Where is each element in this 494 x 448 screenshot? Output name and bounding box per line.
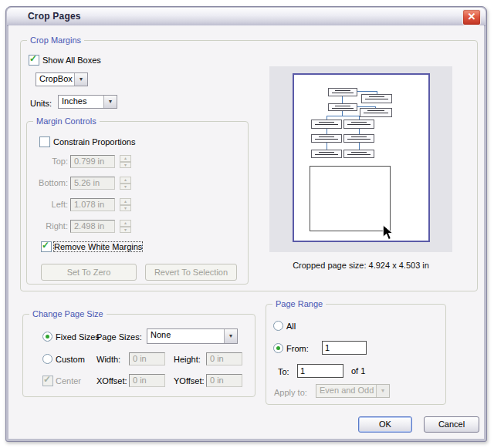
flowchart-connector bbox=[327, 116, 360, 116]
apply-to-select: Even and Odd Pages bbox=[316, 384, 390, 398]
box-type-value: CropBox bbox=[36, 73, 74, 86]
check-icon bbox=[43, 374, 51, 385]
box-type-select[interactable]: CropBox bbox=[36, 72, 88, 86]
spinner-down-icon bbox=[120, 205, 131, 212]
flowchart-connector bbox=[375, 106, 376, 108]
chevron-down-icon[interactable] bbox=[224, 329, 237, 343]
to-label: To: bbox=[278, 367, 289, 376]
units-label: Units: bbox=[30, 99, 52, 108]
flowchart-connector bbox=[359, 129, 360, 134]
from-label[interactable]: From: bbox=[286, 344, 309, 353]
chevron-down-icon bbox=[376, 385, 389, 397]
flowchart-box bbox=[343, 120, 374, 129]
all-pages-label[interactable]: All bbox=[286, 322, 296, 331]
flowchart-box bbox=[343, 134, 374, 143]
flowchart-connector bbox=[377, 91, 377, 94]
remove-white-margins-checkbox[interactable] bbox=[41, 241, 52, 252]
chevron-down-icon[interactable] bbox=[74, 73, 87, 86]
flowchart-box bbox=[343, 150, 374, 158]
close-button[interactable] bbox=[462, 9, 481, 25]
flowchart-connector bbox=[359, 143, 360, 150]
xoffset-label: XOffset: bbox=[96, 376, 127, 386]
flowchart-connector bbox=[327, 143, 327, 150]
yoffset-label: YOffset: bbox=[174, 376, 205, 386]
chevron-down-icon[interactable] bbox=[103, 96, 117, 108]
crop-margins-group: Crop Margins Show All Boxes CropBox Unit… bbox=[20, 40, 478, 291]
set-to-zero-button: Set To Zero bbox=[41, 264, 137, 281]
title-bar[interactable]: Crop Pages bbox=[7, 8, 486, 26]
flowchart-connector bbox=[327, 116, 327, 120]
width-label: Width: bbox=[96, 355, 120, 364]
units-select[interactable]: Inches bbox=[58, 95, 117, 109]
xoffset-field: 0 in bbox=[129, 374, 165, 387]
custom-label[interactable]: Custom bbox=[56, 355, 85, 364]
check-icon bbox=[29, 53, 37, 64]
page-sizes-label: Page Sizes: bbox=[96, 332, 142, 342]
fixed-sizes-radio[interactable] bbox=[42, 332, 52, 342]
spinner-down-icon bbox=[120, 184, 131, 190]
crop-preview-panel bbox=[269, 66, 452, 252]
right-margin-label: Right: bbox=[29, 221, 68, 231]
constrain-proportions-label[interactable]: Constrain Proportions bbox=[53, 137, 135, 147]
right-margin-spinner bbox=[120, 220, 131, 233]
spinner-down-icon bbox=[120, 162, 131, 169]
bottom-margin-spinner bbox=[120, 177, 131, 190]
top-margin-field: 0.799 in bbox=[70, 155, 115, 168]
preview-page-thumbnail bbox=[293, 73, 430, 242]
close-icon bbox=[463, 10, 480, 24]
cancel-button[interactable]: Cancel bbox=[424, 416, 479, 433]
left-margin-field: 1.078 in bbox=[70, 198, 115, 211]
crop-selection-rect bbox=[310, 166, 391, 231]
to-page-input[interactable] bbox=[297, 364, 343, 378]
bottom-margin-field: 5.26 in bbox=[70, 177, 115, 190]
units-value: Inches bbox=[59, 96, 103, 108]
from-page-input[interactable] bbox=[322, 341, 367, 355]
apply-to-label: Apply to: bbox=[274, 388, 307, 397]
ok-button[interactable]: OK bbox=[358, 416, 412, 433]
dialog-content: Crop Margins Show All Boxes CropBox Unit… bbox=[8, 25, 484, 439]
margin-controls-group: Margin Controls Constrain Proportions To… bbox=[26, 121, 249, 285]
page-range-group-label: Page Range bbox=[272, 299, 326, 308]
spinner-up-icon bbox=[120, 198, 131, 205]
margin-controls-group-label: Margin Controls bbox=[33, 116, 100, 126]
flowchart-box bbox=[361, 94, 392, 103]
remove-white-margins-label[interactable]: Remove White Margins bbox=[54, 242, 142, 251]
all-pages-radio[interactable] bbox=[273, 321, 283, 331]
window-title: Crop Pages bbox=[28, 11, 81, 22]
center-label: Center bbox=[56, 376, 81, 386]
check-icon bbox=[42, 240, 49, 251]
flowchart-connector bbox=[359, 116, 360, 120]
from-radio[interactable] bbox=[273, 343, 283, 353]
mouse-cursor-icon bbox=[382, 224, 394, 241]
show-all-boxes-label[interactable]: Show All Boxes bbox=[42, 56, 101, 65]
flowchart-connector bbox=[357, 91, 377, 92]
flowchart-box bbox=[311, 134, 342, 143]
apply-to-value: Even and Odd Pages bbox=[316, 385, 376, 397]
width-field: 0 in bbox=[129, 352, 165, 365]
show-all-boxes-checkbox[interactable] bbox=[29, 55, 39, 66]
flowchart-box bbox=[311, 120, 342, 129]
spinner-down-icon bbox=[120, 227, 131, 234]
left-margin-spinner bbox=[120, 198, 131, 211]
flowchart-box bbox=[311, 150, 342, 158]
custom-radio[interactable] bbox=[42, 354, 52, 364]
of-total-label: of 1 bbox=[351, 366, 365, 376]
flowchart-box bbox=[360, 108, 392, 117]
fixed-sizes-label[interactable]: Fixed Sizes bbox=[56, 332, 100, 342]
page-sizes-value: None bbox=[147, 329, 224, 343]
spinner-up-icon bbox=[120, 177, 131, 184]
change-page-size-group: Change Page Size Fixed Sizes Page Sizes:… bbox=[22, 314, 255, 397]
revert-to-selection-button: Revert To Selection bbox=[145, 264, 237, 281]
top-margin-spinner bbox=[120, 155, 131, 168]
bottom-margin-label: Bottom: bbox=[29, 178, 68, 187]
flowchart-box bbox=[328, 103, 357, 111]
page-sizes-select[interactable]: None bbox=[147, 328, 238, 344]
flowchart-connector bbox=[342, 96, 343, 103]
constrain-proportions-checkbox[interactable] bbox=[39, 136, 50, 147]
center-checkbox bbox=[42, 376, 53, 386]
right-margin-field: 2.498 in bbox=[70, 220, 115, 233]
change-page-size-group-label: Change Page Size bbox=[29, 309, 107, 318]
height-field: 0 in bbox=[206, 352, 242, 365]
flowchart-connector bbox=[327, 129, 327, 134]
spinner-up-icon bbox=[120, 220, 131, 227]
